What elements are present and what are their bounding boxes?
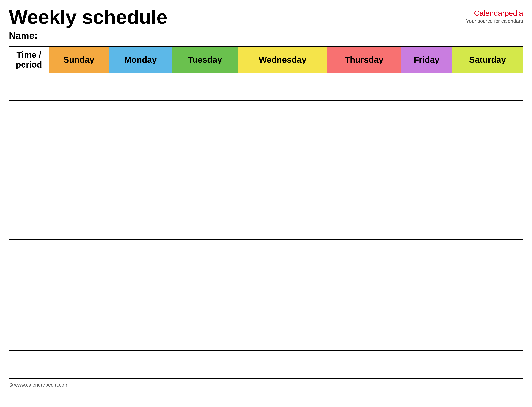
time-cell[interactable] <box>9 351 48 378</box>
schedule-cell[interactable] <box>48 156 109 184</box>
schedule-cell[interactable] <box>452 156 523 184</box>
table-row <box>9 267 523 295</box>
schedule-cell[interactable] <box>109 128 172 156</box>
schedule-cell[interactable] <box>238 295 327 323</box>
schedule-cell[interactable] <box>238 323 327 351</box>
schedule-cell[interactable] <box>401 295 453 323</box>
schedule-cell[interactable] <box>238 128 327 156</box>
schedule-cell[interactable] <box>401 267 453 295</box>
schedule-cell[interactable] <box>401 323 453 351</box>
page-title: Weekly schedule <box>9 7 168 27</box>
schedule-cell[interactable] <box>401 101 453 128</box>
schedule-cell[interactable] <box>48 323 109 351</box>
schedule-cell[interactable] <box>172 212 238 240</box>
schedule-cell[interactable] <box>327 267 401 295</box>
schedule-cell[interactable] <box>109 240 172 267</box>
schedule-cell[interactable] <box>452 351 523 378</box>
schedule-cell[interactable] <box>48 101 109 128</box>
schedule-cell[interactable] <box>48 267 109 295</box>
time-cell[interactable] <box>9 295 48 323</box>
schedule-cell[interactable] <box>401 73 453 101</box>
logo-tagline: Your source for calendars <box>466 18 523 24</box>
schedule-cell[interactable] <box>172 101 238 128</box>
schedule-cell[interactable] <box>172 267 238 295</box>
schedule-cell[interactable] <box>48 184 109 212</box>
schedule-cell[interactable] <box>109 351 172 378</box>
schedule-cell[interactable] <box>401 212 453 240</box>
time-cell[interactable] <box>9 184 48 212</box>
schedule-cell[interactable] <box>109 267 172 295</box>
schedule-cell[interactable] <box>452 212 523 240</box>
schedule-cell[interactable] <box>401 156 453 184</box>
time-cell[interactable] <box>9 156 48 184</box>
schedule-cell[interactable] <box>109 101 172 128</box>
schedule-cell[interactable] <box>172 323 238 351</box>
col-header-wednesday: Wednesday <box>238 47 327 73</box>
time-cell[interactable] <box>9 240 48 267</box>
time-cell[interactable] <box>9 101 48 128</box>
footer: © www.calendarpedia.com <box>9 382 523 388</box>
schedule-cell[interactable] <box>401 184 453 212</box>
schedule-cell[interactable] <box>109 73 172 101</box>
schedule-cell[interactable] <box>48 295 109 323</box>
schedule-cell[interactable] <box>109 212 172 240</box>
schedule-cell[interactable] <box>238 212 327 240</box>
time-cell[interactable] <box>9 128 48 156</box>
schedule-cell[interactable] <box>452 295 523 323</box>
schedule-cell[interactable] <box>327 212 401 240</box>
schedule-cell[interactable] <box>452 323 523 351</box>
schedule-cell[interactable] <box>327 156 401 184</box>
schedule-cell[interactable] <box>172 351 238 378</box>
schedule-cell[interactable] <box>327 240 401 267</box>
time-cell[interactable] <box>9 212 48 240</box>
schedule-cell[interactable] <box>452 73 523 101</box>
schedule-cell[interactable] <box>238 101 327 128</box>
time-cell[interactable] <box>9 73 48 101</box>
col-header-tuesday: Tuesday <box>172 47 238 73</box>
schedule-cell[interactable] <box>109 156 172 184</box>
schedule-cell[interactable] <box>48 240 109 267</box>
schedule-cell[interactable] <box>238 240 327 267</box>
table-row <box>9 101 523 128</box>
schedule-cell[interactable] <box>172 128 238 156</box>
schedule-cell[interactable] <box>48 128 109 156</box>
schedule-cell[interactable] <box>172 156 238 184</box>
time-cell[interactable] <box>9 323 48 351</box>
schedule-cell[interactable] <box>238 351 327 378</box>
table-row <box>9 184 523 212</box>
schedule-cell[interactable] <box>109 295 172 323</box>
time-cell[interactable] <box>9 267 48 295</box>
schedule-cell[interactable] <box>109 184 172 212</box>
schedule-cell[interactable] <box>172 184 238 212</box>
schedule-cell[interactable] <box>401 128 453 156</box>
schedule-cell[interactable] <box>238 73 327 101</box>
schedule-cell[interactable] <box>327 323 401 351</box>
schedule-cell[interactable] <box>172 73 238 101</box>
col-header-sunday: Sunday <box>48 47 109 73</box>
page-header: Weekly schedule Name: Calendarpedia Your… <box>9 7 523 41</box>
schedule-cell[interactable] <box>238 156 327 184</box>
schedule-cell[interactable] <box>172 295 238 323</box>
schedule-cell[interactable] <box>452 267 523 295</box>
schedule-cell[interactable] <box>401 240 453 267</box>
schedule-cell[interactable] <box>109 323 172 351</box>
schedule-cell[interactable] <box>327 101 401 128</box>
schedule-cell[interactable] <box>327 128 401 156</box>
schedule-cell[interactable] <box>452 101 523 128</box>
schedule-cell[interactable] <box>452 240 523 267</box>
col-header-friday: Friday <box>401 47 453 73</box>
schedule-cell[interactable] <box>452 128 523 156</box>
schedule-cell[interactable] <box>327 184 401 212</box>
schedule-cell[interactable] <box>48 351 109 378</box>
schedule-cell[interactable] <box>401 351 453 378</box>
schedule-cell[interactable] <box>452 184 523 212</box>
schedule-cell[interactable] <box>327 73 401 101</box>
schedule-cell[interactable] <box>238 184 327 212</box>
schedule-cell[interactable] <box>238 267 327 295</box>
schedule-cell[interactable] <box>48 73 109 101</box>
schedule-cell[interactable] <box>172 240 238 267</box>
schedule-cell[interactable] <box>327 351 401 378</box>
table-row <box>9 323 523 351</box>
schedule-cell[interactable] <box>48 212 109 240</box>
schedule-cell[interactable] <box>327 295 401 323</box>
